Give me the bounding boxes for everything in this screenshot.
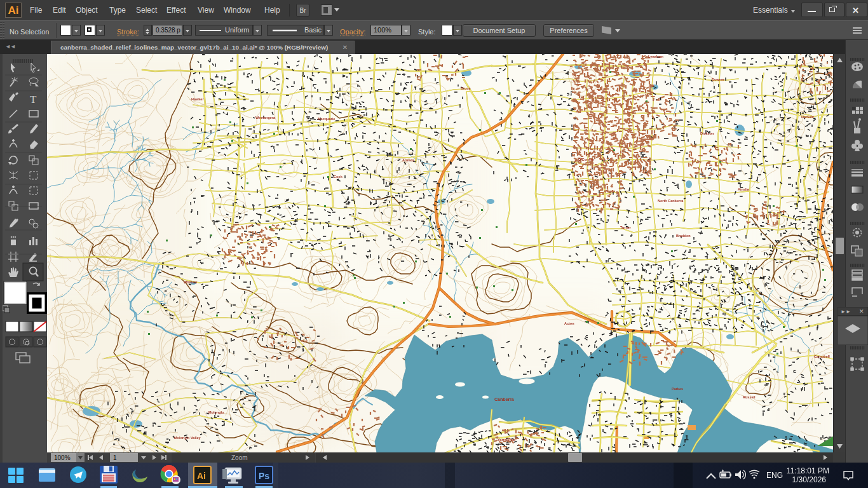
svg-text:Dickson: Dickson xyxy=(700,132,714,135)
svg-text:Ps: Ps xyxy=(259,471,269,481)
svg-text:Hawker: Hawker xyxy=(191,97,204,101)
svg-text:100%: 100% xyxy=(54,454,71,461)
svg-text:Canberra: Canberra xyxy=(494,397,514,402)
svg-text:Molonglo: Molonglo xyxy=(208,410,224,414)
svg-text:ENG: ENG xyxy=(766,471,783,480)
svg-text:Whitlam: Whitlam xyxy=(184,280,197,284)
svg-text:Russell: Russell xyxy=(743,395,756,399)
svg-text:Macquarie: Macquarie xyxy=(318,117,335,121)
svg-text:O'Connor: O'Connor xyxy=(578,158,595,161)
svg-text:Bruce: Bruce xyxy=(461,86,471,90)
svg-text:11:18:01 PM: 11:18:01 PM xyxy=(787,466,829,475)
svg-text:1/30/2026: 1/30/2026 xyxy=(792,475,827,484)
svg-text:Cook: Cook xyxy=(334,175,343,179)
svg-text:Parkes: Parkes xyxy=(672,387,683,391)
svg-text:Weetangera: Weetangera xyxy=(255,116,276,119)
svg-text:Zoom: Zoom xyxy=(231,454,248,461)
svg-text:Downer: Downer xyxy=(712,78,725,81)
svg-text:Hackett: Hackett xyxy=(801,115,814,119)
svg-text:Braddon: Braddon xyxy=(676,234,691,238)
svg-text:►►: ►► xyxy=(841,309,851,315)
svg-text:Lyneham: Lyneham xyxy=(648,55,663,58)
svg-text:Aranda: Aranda xyxy=(402,158,415,162)
svg-text:T: T xyxy=(30,93,37,105)
svg-text:Yarralumla: Yarralumla xyxy=(498,438,516,442)
svg-text:✕: ✕ xyxy=(859,308,864,315)
svg-text:Campbell: Campbell xyxy=(814,355,830,358)
svg-text:Turner: Turner xyxy=(620,226,632,229)
svg-text:Ai: Ai xyxy=(197,471,206,481)
svg-text:Acton: Acton xyxy=(564,322,574,325)
svg-text:Molonglo Valley: Molonglo Valley xyxy=(174,436,201,440)
svg-text:1: 1 xyxy=(113,454,117,461)
svg-text:Ainslie: Ainslie xyxy=(738,187,749,191)
svg-text:North Canberra: North Canberra xyxy=(658,199,684,203)
